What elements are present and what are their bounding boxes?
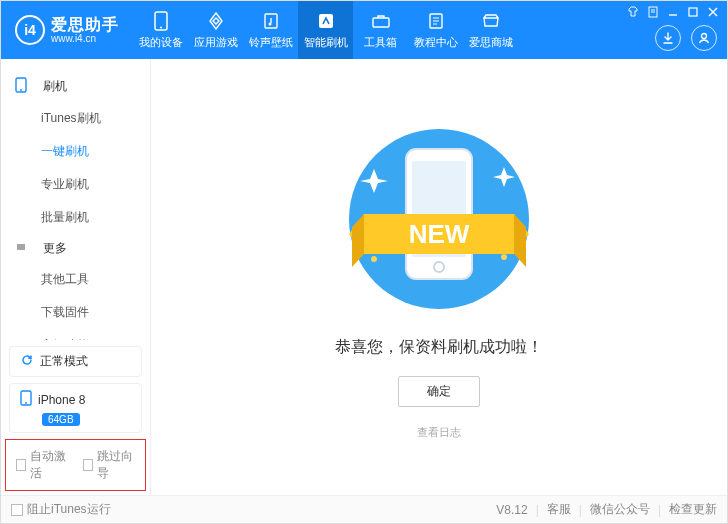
nav-ringtones[interactable]: 铃声壁纸 <box>243 1 298 59</box>
logo-badge: i4 <box>15 15 45 45</box>
refresh-icon <box>20 353 34 370</box>
apps-icon <box>206 11 226 31</box>
app-header: i4 爱思助手 www.i4.cn 我的设备 应用游戏 铃声壁纸 智能刷机 <box>1 1 727 59</box>
sidebar-cat-more[interactable]: 更多 <box>1 234 150 263</box>
more-icon <box>15 241 35 256</box>
nav-toolbox[interactable]: 工具箱 <box>353 1 408 59</box>
footer-link-support[interactable]: 客服 <box>547 501 571 518</box>
sidebar-cat-label: 更多 <box>43 240 67 257</box>
sidebar-item-advanced[interactable]: 高级功能 <box>1 329 150 340</box>
top-nav: 我的设备 应用游戏 铃声壁纸 智能刷机 工具箱 教程中心 <box>133 1 518 59</box>
footer-link-wechat[interactable]: 微信公众号 <box>590 501 650 518</box>
user-icon[interactable] <box>691 25 717 51</box>
book-icon <box>426 11 446 31</box>
flash-icon <box>316 11 336 31</box>
shop-icon <box>481 11 501 31</box>
mode-label: 正常模式 <box>40 353 88 370</box>
version-label: V8.12 <box>496 503 527 517</box>
nav-smart-flash[interactable]: 智能刷机 <box>298 1 353 59</box>
confirm-button[interactable]: 确定 <box>398 376 480 407</box>
success-illustration: NEW <box>314 109 564 319</box>
main-content: NEW 恭喜您，保资料刷机成功啦！ 确定 查看日志 <box>151 59 727 495</box>
svg-point-1 <box>160 26 162 28</box>
svg-point-11 <box>20 89 22 91</box>
nav-my-device[interactable]: 我的设备 <box>133 1 188 59</box>
svg-point-13 <box>25 402 27 404</box>
nav-label: 工具箱 <box>364 35 397 50</box>
svg-rect-8 <box>689 8 697 16</box>
device-name: iPhone 8 <box>38 393 85 407</box>
mode-indicator[interactable]: 正常模式 <box>9 346 142 377</box>
svg-point-9 <box>702 34 707 39</box>
brand-logo: i4 爱思助手 www.i4.cn <box>1 15 129 45</box>
checkbox-label: 跳过向导 <box>97 448 135 482</box>
nav-label: 爱思商城 <box>469 35 513 50</box>
sidebar-item-pro-flash[interactable]: 专业刷机 <box>1 168 150 201</box>
nav-label: 我的设备 <box>139 35 183 50</box>
maximize-icon[interactable] <box>685 5 701 19</box>
device-info[interactable]: iPhone 8 64GB <box>9 383 142 433</box>
status-bar: 阻止iTunes运行 V8.12 | 客服 | 微信公众号 | 检查更新 <box>1 495 727 523</box>
nav-shop[interactable]: 爱思商城 <box>463 1 518 59</box>
footer-link-update[interactable]: 检查更新 <box>669 501 717 518</box>
svg-rect-5 <box>373 18 389 27</box>
sidebar-item-other-tools[interactable]: 其他工具 <box>1 263 150 296</box>
note-icon[interactable] <box>645 5 661 19</box>
nav-label: 铃声壁纸 <box>249 35 293 50</box>
svg-text:NEW: NEW <box>409 219 470 249</box>
music-icon <box>261 11 281 31</box>
toolbox-icon <box>371 11 391 31</box>
sidebar-item-itunes-flash[interactable]: iTunes刷机 <box>1 102 150 135</box>
close-icon[interactable] <box>705 5 721 19</box>
sidebar-item-download-firmware[interactable]: 下载固件 <box>1 296 150 329</box>
nav-label: 应用游戏 <box>194 35 238 50</box>
device-capacity: 64GB <box>42 413 80 426</box>
nav-label: 教程中心 <box>414 35 458 50</box>
device-phone-icon <box>20 390 32 409</box>
sidebar-item-batch-flash[interactable]: 批量刷机 <box>1 201 150 234</box>
brand-name: 爱思助手 <box>51 16 119 34</box>
nav-apps[interactable]: 应用游戏 <box>188 1 243 59</box>
skip-guide-checkbox[interactable]: 跳过向导 <box>83 448 136 482</box>
minimize-icon[interactable] <box>665 5 681 19</box>
device-icon <box>15 77 35 96</box>
sidebar-cat-flash[interactable]: 刷机 <box>1 71 150 102</box>
checkbox-label: 阻止iTunes运行 <box>27 501 111 518</box>
svg-point-3 <box>268 22 271 25</box>
checkbox-label: 自动激活 <box>30 448 68 482</box>
svg-point-18 <box>501 254 507 260</box>
header-actions <box>655 25 717 51</box>
sidebar: 刷机 iTunes刷机 一键刷机 专业刷机 批量刷机 更多 其他工具 下载固件 … <box>1 59 151 495</box>
checkbox-icon <box>11 504 23 516</box>
skin-icon[interactable] <box>625 5 641 19</box>
nav-label: 智能刷机 <box>304 35 348 50</box>
view-log-link[interactable]: 查看日志 <box>417 425 461 440</box>
nav-tutorials[interactable]: 教程中心 <box>408 1 463 59</box>
phone-icon <box>151 11 171 31</box>
checkbox-icon <box>83 459 93 471</box>
download-icon[interactable] <box>655 25 681 51</box>
block-itunes-checkbox[interactable]: 阻止iTunes运行 <box>11 501 111 518</box>
sidebar-cat-label: 刷机 <box>43 78 67 95</box>
brand-url: www.i4.cn <box>51 33 119 44</box>
options-highlight: 自动激活 跳过向导 <box>5 439 146 491</box>
svg-point-17 <box>371 256 377 262</box>
sidebar-item-one-click-flash[interactable]: 一键刷机 <box>1 135 150 168</box>
checkbox-icon <box>16 459 26 471</box>
auto-activate-checkbox[interactable]: 自动激活 <box>16 448 69 482</box>
brand-text: 爱思助手 www.i4.cn <box>51 16 119 45</box>
window-controls <box>625 5 721 19</box>
svg-rect-4 <box>319 14 333 28</box>
success-message: 恭喜您，保资料刷机成功啦！ <box>335 337 543 358</box>
